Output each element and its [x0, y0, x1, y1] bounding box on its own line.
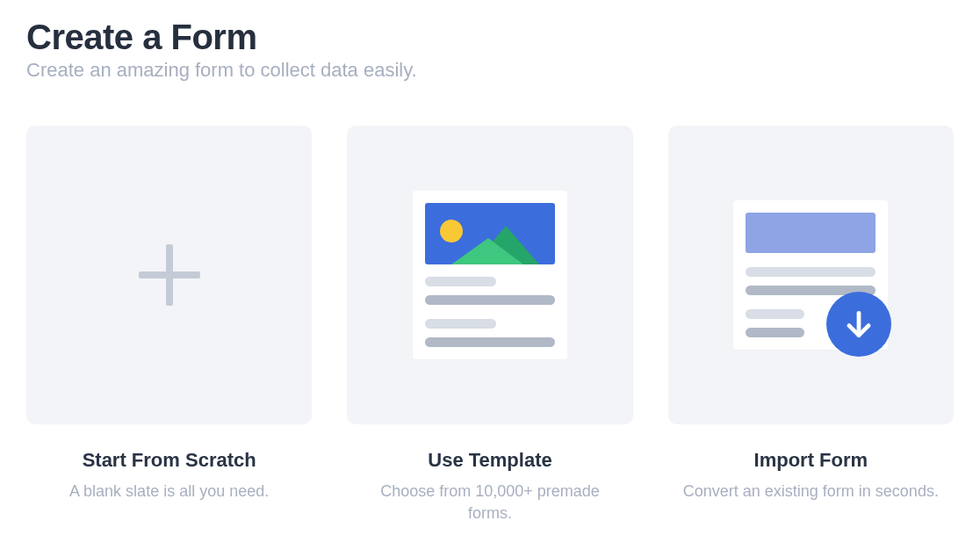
start-from-scratch-desc: A blank slate is all you need. — [69, 481, 269, 503]
page-subtitle: Create an amazing form to collect data e… — [26, 59, 954, 82]
skeleton-line — [425, 319, 496, 329]
page-header: Create a Form Create an amazing form to … — [26, 18, 954, 82]
skeleton-line — [746, 267, 876, 277]
use-template-desc: Choose from 10,000+ premade forms. — [358, 481, 622, 524]
use-template-tile — [347, 126, 632, 424]
import-document-icon — [733, 200, 888, 350]
start-from-scratch-title: Start From Scratch — [83, 449, 256, 472]
page-title: Create a Form — [26, 18, 954, 57]
option-cards-row: Start From Scratch A blank slate is all … — [26, 126, 954, 524]
svg-point-1 — [440, 220, 463, 242]
import-form-tile — [668, 126, 954, 424]
skeleton-line — [425, 295, 555, 305]
skeleton-header — [746, 213, 876, 253]
use-template-card[interactable]: Use Template Choose from 10,000+ premade… — [347, 126, 632, 524]
import-form-title: Import Form — [754, 449, 868, 472]
plus-icon — [139, 244, 200, 306]
skeleton-line — [746, 328, 804, 337]
start-from-scratch-card[interactable]: Start From Scratch A blank slate is all … — [26, 126, 312, 524]
start-from-scratch-tile — [26, 126, 312, 424]
import-form-desc: Convert an existing form in seconds. — [683, 481, 939, 503]
use-template-title: Use Template — [428, 449, 551, 472]
download-arrow-icon — [826, 292, 891, 357]
import-form-card[interactable]: Import Form Convert an existing form in … — [668, 126, 954, 524]
skeleton-line — [425, 337, 555, 347]
template-picture-icon — [425, 203, 555, 264]
template-document-icon — [413, 191, 567, 359]
skeleton-line — [425, 277, 496, 286]
skeleton-line — [746, 309, 804, 319]
